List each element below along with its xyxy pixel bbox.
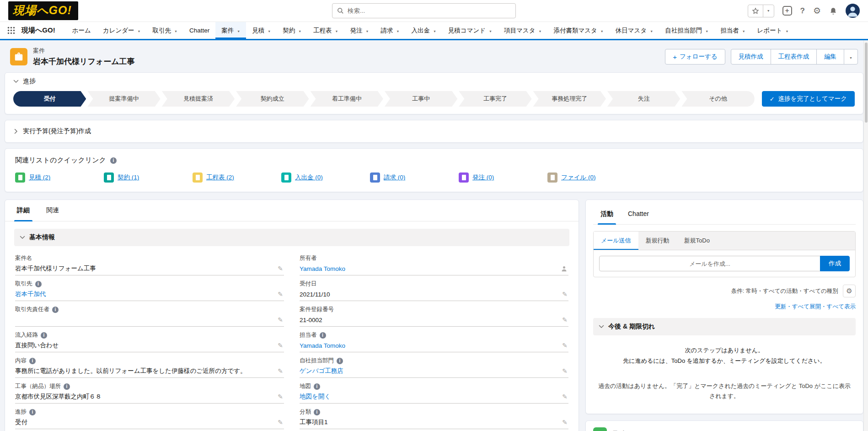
chevron-down-icon[interactable] — [298, 27, 301, 34]
edit-icon[interactable] — [278, 342, 283, 349]
quick-link-label[interactable]: 工程表 (2) — [206, 173, 234, 182]
field-value[interactable]: Yamada Tomoko — [300, 342, 558, 349]
help-icon[interactable] — [800, 7, 805, 15]
path-stage[interactable]: 契約成立 — [236, 91, 309, 107]
field-value[interactable]: 事務所に電話がありました。以前リフォーム工事をした伊藤様のご近所の方です。 — [15, 367, 274, 375]
scrollbar-thumb[interactable] — [865, 43, 868, 123]
nav-tab[interactable]: 項目マスタ — [498, 22, 547, 39]
upcoming-overdue-section-header[interactable]: 今後 & 期限切れ — [593, 318, 856, 335]
path-stage[interactable]: 工事中 — [385, 91, 457, 107]
chevron-down-icon[interactable] — [237, 27, 240, 34]
path-stage[interactable]: 着工準備中 — [311, 91, 383, 107]
path-stage[interactable]: 事務処理完了 — [533, 91, 606, 107]
budget-section-toggle[interactable]: 実行予算(発注予算)作成 — [13, 127, 855, 135]
setup-gear-icon[interactable] — [813, 6, 821, 15]
nav-tab[interactable]: 見積 — [246, 22, 277, 39]
info-icon[interactable] — [52, 307, 59, 313]
nav-tab[interactable]: 休日マスタ — [610, 22, 659, 39]
info-icon[interactable] — [320, 332, 326, 339]
quick-link-label[interactable]: 契約 (1) — [118, 173, 139, 182]
activity-subtab[interactable]: 新規ToDo — [677, 232, 717, 250]
nav-tab[interactable]: 取引先 — [147, 22, 183, 39]
nav-tab[interactable]: 添付書類マスタ — [547, 22, 609, 39]
chevron-down-icon[interactable] — [335, 27, 338, 34]
quick-link-label[interactable]: 請求 (0) — [384, 173, 405, 182]
quick-link-label[interactable]: 見積 (2) — [29, 173, 50, 182]
chevron-down-icon[interactable] — [786, 27, 789, 34]
nav-tab[interactable]: 入出金 — [405, 22, 442, 39]
favorites-star-icon[interactable] — [748, 5, 763, 17]
activity-subtab[interactable]: 新規行動 — [638, 232, 677, 250]
chevron-down-icon[interactable] — [489, 27, 492, 34]
mark-complete-button[interactable]: 進捗を完了としてマーク — [762, 91, 855, 107]
info-icon[interactable] — [110, 157, 117, 164]
info-icon[interactable] — [29, 409, 36, 415]
info-icon[interactable] — [29, 358, 36, 364]
progress-section-toggle[interactable]: 進捗 — [13, 77, 855, 86]
field-value[interactable]: 京都市伏見区深草藪之内町６８ — [15, 393, 274, 401]
notifications-bell-icon[interactable] — [829, 7, 837, 15]
edit-icon[interactable] — [562, 291, 568, 298]
info-icon[interactable] — [41, 332, 47, 339]
chevron-down-icon[interactable] — [396, 27, 399, 34]
edit-icon[interactable] — [562, 367, 568, 375]
nav-tab[interactable]: 担当者 — [714, 22, 751, 39]
chevron-down-icon[interactable] — [268, 27, 271, 34]
chevron-down-icon[interactable] — [138, 27, 141, 34]
chevron-down-icon[interactable] — [705, 27, 708, 34]
quotes-related-card[interactable]: 見積 (2) — [585, 420, 863, 431]
field-value[interactable]: 直接問い合わせ — [15, 341, 274, 350]
chevron-down-icon[interactable] — [366, 27, 369, 34]
field-value[interactable]: ゲンバゴ工務店 — [300, 367, 558, 375]
app-launcher-icon[interactable] — [7, 27, 15, 34]
path-stage[interactable]: 見積提案済 — [162, 91, 235, 107]
chevron-down-icon[interactable] — [174, 27, 177, 34]
edit-icon[interactable] — [278, 419, 283, 426]
edit-icon[interactable] — [278, 316, 283, 323]
info-icon[interactable] — [35, 281, 42, 287]
edit-icon[interactable] — [562, 419, 568, 426]
path-stage[interactable]: 提案準備中 — [87, 91, 160, 107]
follow-button[interactable]: フォローする — [665, 49, 725, 65]
path-stage[interactable]: 工事完了 — [459, 91, 531, 107]
activity-tab[interactable]: Chatter — [621, 206, 656, 224]
quick-link-label[interactable]: 入出金 (0) — [295, 173, 323, 182]
email-compose-input[interactable] — [599, 256, 820, 271]
activity-refresh-links[interactable]: 更新・すべて展開・すべて表示 — [775, 303, 856, 310]
nav-tab[interactable]: 契約 — [277, 22, 307, 39]
activity-tab[interactable]: 活動 — [593, 206, 621, 224]
nav-tab[interactable]: 見積コマンド — [442, 22, 498, 39]
page-scrollbar[interactable] — [863, 40, 868, 431]
info-icon[interactable] — [314, 383, 320, 390]
nav-tab[interactable]: レポート — [751, 22, 795, 39]
edit-icon[interactable] — [562, 316, 568, 323]
detail-tab[interactable]: 詳細 — [9, 200, 38, 221]
user-avatar[interactable] — [846, 4, 860, 18]
field-value[interactable]: 岩本千加代様リフォーム工事 — [15, 264, 274, 273]
basic-info-section-header[interactable]: 基本情報 — [14, 229, 569, 246]
field-value[interactable]: 受付 — [15, 418, 274, 426]
detail-tab[interactable]: 関連 — [38, 200, 67, 221]
nav-tab[interactable]: カレンダー — [97, 22, 147, 39]
edit-icon[interactable] — [278, 367, 283, 375]
nav-tab[interactable]: 案件 — [215, 22, 246, 39]
chevron-down-icon[interactable] — [600, 27, 604, 34]
chevron-down-icon[interactable] — [650, 27, 653, 34]
path-stage[interactable]: 失注 — [607, 91, 680, 107]
nav-tab[interactable]: Chatter — [183, 22, 215, 39]
nav-tab[interactable]: 発注 — [344, 22, 375, 39]
more-actions-button[interactable] — [844, 49, 858, 65]
search-input[interactable] — [348, 7, 511, 14]
field-value[interactable]: 21-0002 — [300, 317, 558, 323]
activity-subtab[interactable]: メール送信 — [594, 232, 638, 250]
field-value[interactable]: 岩本千加代 — [15, 290, 274, 298]
edit-icon[interactable] — [278, 265, 283, 272]
chevron-down-icon[interactable] — [742, 27, 745, 34]
favorites-caret-icon[interactable] — [763, 5, 774, 17]
edit-icon[interactable] — [562, 393, 568, 400]
quick-link-label[interactable]: ファイル (0) — [561, 173, 596, 182]
field-value[interactable]: 地図を開く — [300, 393, 558, 401]
edit-icon[interactable] — [278, 291, 283, 298]
field-value[interactable]: 2021/11/10 — [300, 291, 558, 298]
path-stage[interactable]: その他 — [681, 91, 754, 107]
